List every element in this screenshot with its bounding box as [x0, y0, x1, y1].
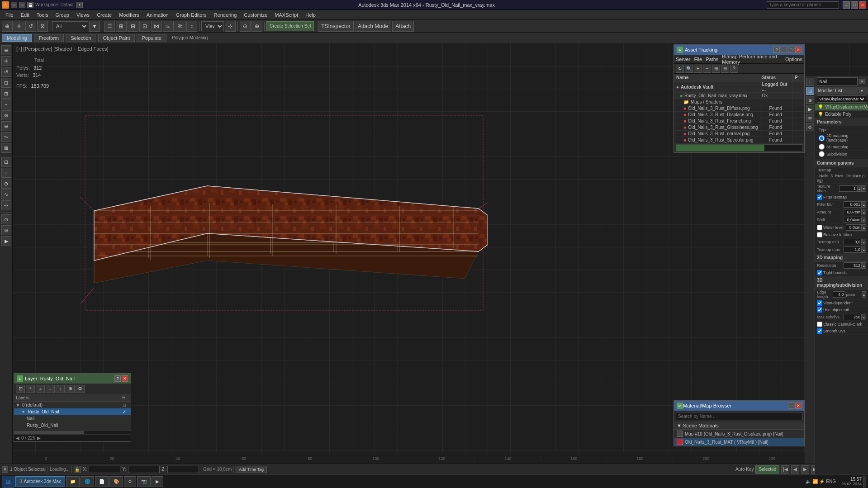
attach-btn[interactable]: Attach — [392, 21, 414, 32]
lp-hide-all-btn[interactable]: ⊡ — [16, 385, 25, 393]
table-row[interactable]: 📁Maps / Shaders — [674, 99, 804, 105]
add-time-tag-btn[interactable]: Add Time Tag — [236, 466, 267, 473]
water-level-check[interactable] — [817, 225, 822, 230]
select-filter-btn[interactable]: ▼ — [89, 21, 100, 32]
resolution-input[interactable] — [844, 262, 862, 269]
z-coord-input[interactable] — [167, 466, 199, 473]
mod-vray-displacement[interactable]: 💡 VRayDisplacementMod — [815, 104, 868, 111]
lock-selection-btn[interactable]: 🔒 — [74, 466, 81, 473]
tab-object-paint[interactable]: Object Paint — [98, 34, 135, 42]
shift-input[interactable] — [844, 217, 862, 223]
x-coord-input[interactable] — [89, 466, 120, 473]
table-row[interactable]: ■Rusty_Old_Nail_max_vray.max Ok — [674, 93, 804, 99]
task-app2[interactable]: 🎨 — [109, 476, 123, 487]
create-tool[interactable]: + — [1, 99, 11, 109]
material-editor[interactable]: ⊙ — [1, 214, 11, 224]
tab-freeform[interactable]: Freeform — [34, 34, 64, 42]
angle-snap-btn[interactable]: ⊾ — [163, 21, 174, 32]
table-row[interactable]: ■Old_Nails_3_Rust_Specular.png Found — [674, 137, 804, 143]
at-menu-options[interactable]: Options — [785, 57, 802, 62]
undo-icon[interactable]: ↩ — [11, 2, 17, 8]
texmap-min-input[interactable] — [844, 239, 862, 245]
mirror-btn[interactable]: ⊞ — [116, 21, 127, 32]
task-browser[interactable]: 🌐 — [81, 476, 94, 487]
at-question-btn[interactable]: ? — [730, 65, 738, 73]
scale-tool[interactable]: ⊡ — [1, 78, 11, 88]
snap-btn[interactable]: ⋈ — [151, 21, 162, 32]
water-level-spinner[interactable]: ▲ — [862, 224, 866, 231]
save-icon[interactable]: 💾 — [27, 2, 33, 8]
task-app5[interactable]: ▶ — [152, 476, 163, 487]
layer-item-default[interactable]: ▼ 0 (default) □ — [14, 402, 131, 408]
resolution-spinner[interactable]: ▲ — [862, 262, 866, 269]
utility-btn[interactable]: ⚙ — [806, 123, 814, 131]
at-help-btn[interactable]: ? — [773, 47, 780, 53]
rotate-btn[interactable]: ↺ — [25, 21, 36, 32]
task-explorer[interactable]: 📁 — [66, 476, 80, 487]
frame-prev-btn[interactable]: ◀ — [16, 436, 19, 441]
start-btn[interactable]: ⊞ — [2, 476, 14, 488]
layer-mgr-btn[interactable]: ⊕ — [251, 21, 262, 32]
menu-views[interactable]: Views — [73, 11, 93, 19]
at-find-btn[interactable]: 🔍 — [685, 65, 693, 73]
workspace-dropdown[interactable]: ▼ — [76, 2, 83, 8]
create-panel-btn[interactable]: + — [806, 78, 814, 86]
task-3dsmax[interactable]: 3 Autodesk 3ds Max — [15, 476, 65, 487]
menu-customize[interactable]: Customize — [240, 11, 271, 19]
modifier-search-input[interactable] — [817, 77, 858, 85]
freeform-tool[interactable]: ⊞ — [1, 89, 11, 99]
texture-chan-spinner-down[interactable]: ▼ — [862, 185, 866, 192]
timeline-track[interactable]: 0 20 40 60 80 100 120 140 160 180 200 22… — [13, 453, 805, 464]
menu-create[interactable]: Create — [93, 11, 115, 19]
tight-bounds-check[interactable] — [817, 270, 822, 275]
tab-selection[interactable]: Selection — [66, 34, 96, 42]
task-app4[interactable]: 📷 — [137, 476, 151, 487]
amount-input[interactable] — [844, 209, 862, 215]
table-row[interactable]: ■Old_Nails_3_Rust_Fresnel.png Found — [674, 118, 804, 124]
menu-tools[interactable]: Tools — [33, 11, 52, 19]
mb-item-rust-mat[interactable]: Old_Nails_3_Rust_MAT ( VRayMtl ) [Nail] — [674, 438, 804, 446]
layer-item-nail[interactable]: Nail — [14, 415, 131, 422]
texmap-max-input[interactable] — [844, 246, 862, 253]
select-mode-dropdown[interactable]: All — [52, 21, 88, 31]
texture-chan-spinner-up[interactable]: ▲ — [857, 185, 862, 192]
y-coord-input[interactable] — [128, 466, 160, 473]
menu-file[interactable]: File — [2, 11, 17, 19]
lp-del-layer-btn[interactable]: − — [46, 385, 55, 393]
rotate-tool[interactable]: ↺ — [1, 67, 11, 77]
align-tool[interactable]: ≡ — [1, 168, 11, 178]
obj-paint-btn[interactable]: ⊙ — [240, 21, 251, 32]
menu-help[interactable]: Help — [302, 11, 319, 19]
view-dropdown[interactable]: View — [201, 21, 224, 31]
at-menu-paths[interactable]: Paths — [706, 57, 718, 62]
tsinspector-btn[interactable]: TSInspector — [318, 21, 354, 32]
mod-editable-poly[interactable]: 💡 Editable Poly — [815, 111, 868, 118]
modify-panel-btn[interactable]: ⊡ — [806, 87, 814, 95]
menu-graph-editors[interactable]: Graph Editors — [172, 11, 210, 19]
texmap-max-spinner[interactable]: ▲ — [862, 246, 866, 253]
layer-item-rusty2[interactable]: Rusty_Old_Nail — [14, 422, 131, 429]
modifier-dropdown-icon[interactable]: ▼ — [860, 89, 865, 93]
edge-length-spinner[interactable]: ▲ — [862, 291, 866, 298]
select-tool[interactable]: ⊕ — [1, 45, 11, 55]
menu-animation[interactable]: Animation — [143, 11, 172, 19]
attach-mode-btn[interactable]: Attach Mode — [355, 21, 391, 32]
mb-scene-materials-header[interactable]: ▼ Scene Materials — [674, 422, 804, 430]
edge-length-input[interactable] — [833, 291, 845, 298]
layer-item-rusty[interactable]: ▼ Rusty_Old_Nail ✓ — [14, 408, 131, 415]
smooth-uvs-check[interactable] — [817, 328, 822, 334]
filter-texmap-check[interactable] — [817, 194, 822, 200]
lp-select-obj-btn[interactable]: ⊕ — [66, 385, 75, 393]
at-close-btn[interactable]: ✕ — [795, 47, 802, 53]
selection-filter[interactable]: ⊠ — [1, 143, 11, 153]
named-select-btn[interactable]: ☰ — [104, 21, 115, 32]
menu-modifiers[interactable]: Modifiers — [115, 11, 143, 19]
modifier-list-dropdown[interactable]: VRayDisplacementMod — [817, 95, 866, 103]
at-menu-bitmap[interactable]: Bitmap Performance and Memory — [722, 54, 782, 65]
max-subdivs-spinner[interactable]: ▲ — [862, 314, 866, 320]
display-btn[interactable]: 👁 — [806, 114, 814, 122]
at-menu-file[interactable]: File — [694, 57, 702, 62]
shift-spinner[interactable]: ▲ — [862, 217, 866, 223]
bind-space-warp[interactable]: 〜 — [1, 132, 11, 142]
table-row[interactable]: ■Old_Nails_3_Rust_Diffuse.png Found — [674, 105, 804, 112]
